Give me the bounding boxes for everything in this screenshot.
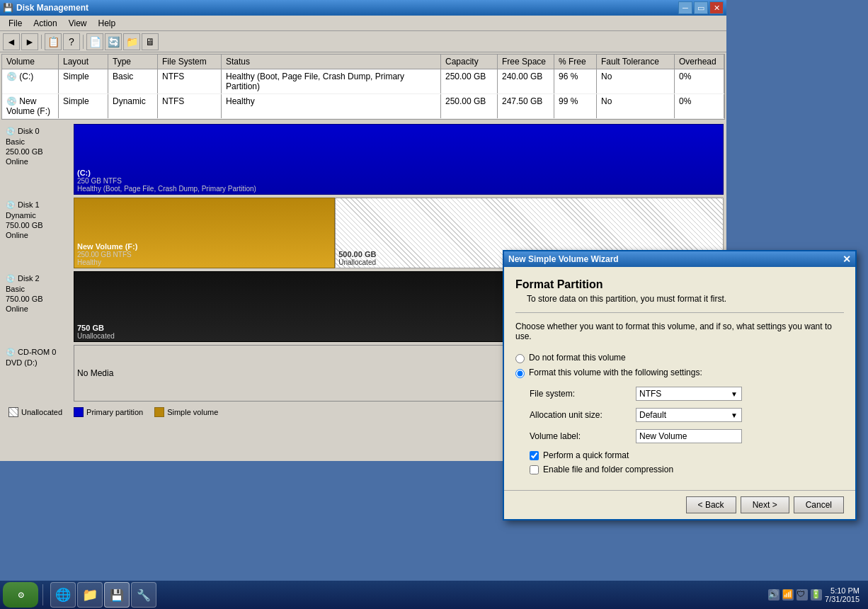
disk-1-status: Online <box>6 231 71 239</box>
alloc-select[interactable]: Default 512 1024 2048 4096 <box>636 408 742 422</box>
part-c-sub2: Healthy (Boot, Page File, Crash Dump, Pr… <box>77 185 720 193</box>
disk-0-row: 💿 Disk 0 Basic 250.00 GB Online (C:) 250… <box>3 124 724 195</box>
close-button[interactable]: ✕ <box>709 1 724 14</box>
menu-help[interactable]: Help <box>93 17 122 30</box>
part-c-sub1: 250 GB NTFS <box>77 177 720 185</box>
disk2-unalloc-sub: Unallocated <box>77 332 720 340</box>
volume-list-header: Volume Layout Type File System Status Ca… <box>2 55 724 69</box>
radio-no-format[interactable] <box>515 354 525 363</box>
help-button[interactable]: ? <box>63 33 80 50</box>
menu-bar: File Action View Help <box>0 16 726 31</box>
title-bar-controls: ─ ▭ ✕ <box>678 1 724 14</box>
row2-volume: 💿 New Volume (F:) <box>2 94 59 118</box>
part-f-sub2: Healthy <box>77 258 331 266</box>
menu-action[interactable]: Action <box>28 17 62 30</box>
legend-unallocated-label: Unallocated <box>21 408 62 416</box>
title-bar: 💾 Disk Management ─ ▭ ✕ <box>0 0 726 16</box>
col-status: Status <box>222 55 441 69</box>
col-pctfree: % Free <box>554 55 597 69</box>
legend-unallocated: Unallocated <box>8 407 62 417</box>
toolbar: ◄ ► 📋 ? 📄 🔄 📁 🖥 <box>0 31 726 52</box>
col-type: Type <box>108 55 158 69</box>
disk-1-size: 750.00 GB <box>6 221 71 229</box>
radio-format[interactable] <box>515 369 525 378</box>
cdrom-block: No Media <box>74 345 724 402</box>
disk-1-partitions: New Volume (F:) 250.00 GB NTFS Healthy 5… <box>74 198 724 268</box>
row2-pctfree: 99 % <box>554 94 597 118</box>
disk-2-type: Basic <box>6 285 71 293</box>
wizard-close-button[interactable]: ✕ <box>843 254 851 265</box>
disk-1-type: Dynamic <box>6 211 71 220</box>
legend-simple-label: Simple volume <box>167 408 218 416</box>
disk-0-part-c[interactable]: (C:) 250 GB NTFS Healthy (Boot, Page Fil… <box>74 124 724 195</box>
disk-2-status: Online <box>6 304 71 313</box>
row1-type: Basic <box>108 69 158 93</box>
row1-fault: No <box>597 69 675 93</box>
legend: Unallocated Primary partition Simple vol… <box>3 404 724 420</box>
disk-0-label: 💿 Disk 0 Basic 250.00 GB Online <box>3 124 74 195</box>
disk-0-status: Online <box>6 157 71 166</box>
menu-view[interactable]: View <box>63 17 93 30</box>
back-button[interactable]: ◄ <box>3 33 20 50</box>
row1-layout: Simple <box>59 69 108 93</box>
row1-capacity: 250.00 GB <box>441 69 498 93</box>
disk-view: 💿 Disk 0 Basic 250.00 GB Online (C:) 250… <box>0 121 726 461</box>
table-row[interactable]: 💿 New Volume (F:) Simple Dynamic NTFS He… <box>2 94 724 119</box>
disk-2-unallocated[interactable]: 750 GB Unallocated <box>74 271 724 342</box>
menu-file[interactable]: File <box>3 17 28 30</box>
disk-0-id: 💿 Disk 0 <box>6 127 71 136</box>
info-button[interactable]: 📋 <box>45 33 62 50</box>
maximize-button[interactable]: ▭ <box>694 1 708 14</box>
col-capacity: Capacity <box>441 55 498 69</box>
row2-fault: No <box>597 94 675 118</box>
toolbar-separator <box>41 35 42 49</box>
disk-0-size: 250.00 GB <box>6 147 71 156</box>
volume-label-input[interactable] <box>636 429 742 443</box>
cdrom-row: 💿 CD-ROM 0 DVD (D:) No Media <box>3 345 724 402</box>
disk-1-part-f[interactable]: New Volume (F:) 250.00 GB NTFS Healthy <box>74 198 335 268</box>
legend-primary: Primary partition <box>74 407 143 417</box>
quick-format-checkbox[interactable] <box>530 451 539 460</box>
col-fault: Fault Tolerance <box>597 55 675 69</box>
refresh-button[interactable]: 🔄 <box>105 33 122 50</box>
legend-primary-box <box>74 407 84 417</box>
row2-capacity: 250.00 GB <box>441 94 498 118</box>
row2-status: Healthy <box>222 94 441 118</box>
disk-2-partitions: 750 GB Unallocated <box>74 271 724 342</box>
view-button[interactable]: 🖥 <box>142 33 159 50</box>
row1-fs: NTFS <box>158 69 222 93</box>
app-title: Disk Management <box>16 3 88 13</box>
disk-2-label: 💿 Disk 2 Basic 750.00 GB Online <box>3 271 74 342</box>
disk2-unalloc-label: 750 GB <box>77 324 720 332</box>
row1-pctfree: 96 % <box>554 69 597 93</box>
row1-freespace: 240.00 GB <box>498 69 554 93</box>
col-overhead: Overhead <box>675 55 724 69</box>
cdrom-id: 💿 CD-ROM 0 <box>6 348 71 357</box>
disk-2-id: 💿 Disk 2 <box>6 274 71 283</box>
folder-button[interactable]: 📁 <box>123 33 140 50</box>
legend-simple-box <box>154 407 164 417</box>
disk-2-row: 💿 Disk 2 Basic 750.00 GB Online 750 GB U… <box>3 271 724 342</box>
disk-0-partitions: (C:) 250 GB NTFS Healthy (Boot, Page Fil… <box>74 124 724 195</box>
new-button[interactable]: 📄 <box>86 33 103 50</box>
alloc-select-wrapper: Default 512 1024 2048 4096 <box>636 408 742 422</box>
minimize-button[interactable]: ─ <box>678 1 692 14</box>
cdrom-type: DVD (D:) <box>6 358 71 367</box>
cdrom-partitions: No Media <box>74 345 724 402</box>
row2-type: Dynamic <box>108 94 158 118</box>
cdrom-status: No Media <box>77 368 720 378</box>
filesystem-select[interactable]: NTFS FAT32 exFAT <box>636 387 742 401</box>
part-f-sub1: 250.00 GB NTFS <box>77 251 331 258</box>
unalloc-label: 500.00 GB <box>338 250 720 258</box>
unalloc-sub: Unallocated <box>338 258 720 266</box>
volume-list: Volume Layout Type File System Status Ca… <box>1 54 725 120</box>
filesystem-select-wrapper: NTFS FAT32 exFAT <box>636 387 742 401</box>
disk-1-unallocated[interactable]: 500.00 GB Unallocated <box>335 198 724 268</box>
row1-volume: 💿 (C:) <box>2 69 59 93</box>
col-filesystem: File System <box>158 55 222 69</box>
title-bar-left: 💾 Disk Management <box>3 3 88 13</box>
forward-button[interactable]: ► <box>21 33 38 50</box>
table-row[interactable]: 💿 (C:) Simple Basic NTFS Healthy (Boot, … <box>2 69 724 94</box>
disk-1-id: 💿 Disk 1 <box>6 200 71 210</box>
col-freespace: Free Space <box>498 55 554 69</box>
